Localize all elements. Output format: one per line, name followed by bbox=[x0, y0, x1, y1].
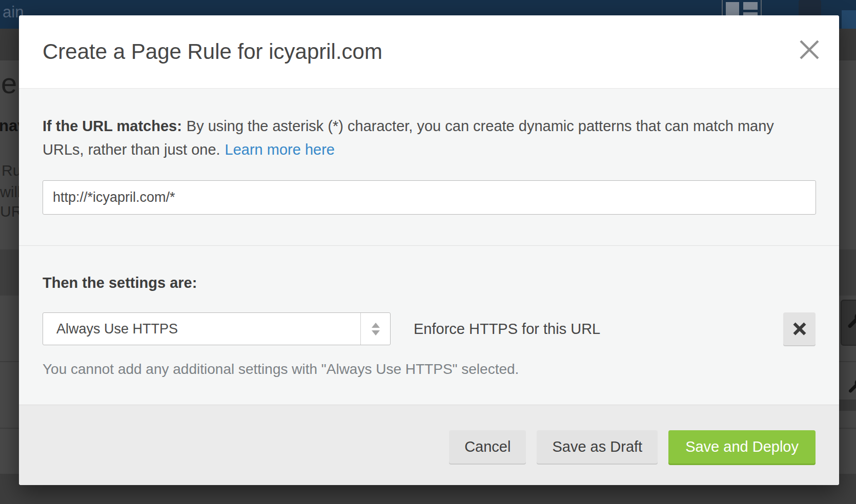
remove-icon bbox=[792, 321, 807, 337]
learn-more-link[interactable]: Learn more here bbox=[225, 141, 335, 158]
settings-section: Then the settings are: Always Use HTTPS … bbox=[19, 245, 839, 420]
settings-note: You cannot add any additional settings w… bbox=[43, 361, 816, 377]
url-match-description: If the URL matches:By using the asterisk… bbox=[43, 114, 814, 161]
backdrop-band bbox=[839, 400, 856, 411]
backdrop-right-strip bbox=[839, 29, 856, 504]
screen: e nav Ru will UR ain. bbox=[0, 0, 856, 504]
url-pattern-input[interactable] bbox=[43, 180, 816, 215]
close-button[interactable] bbox=[798, 38, 821, 61]
create-page-rule-modal: Create a Page Rule for icyapril.com If t… bbox=[19, 15, 839, 485]
modal-title: Create a Page Rule for icyapril.com bbox=[43, 39, 382, 64]
backdrop-text-fragment: Ru bbox=[2, 162, 21, 179]
backdrop-text-fragment: e bbox=[1, 67, 17, 100]
settings-heading: Then the settings are: bbox=[43, 274, 816, 292]
setting-select-value: Always Use HTTPS bbox=[43, 321, 178, 337]
backdrop-text-fragment: will bbox=[0, 184, 21, 201]
setting-description: Enforce HTTPS for this URL bbox=[414, 321, 600, 338]
url-match-label: If the URL matches: bbox=[43, 118, 182, 134]
nav-button-partial bbox=[842, 10, 856, 29]
chevron-up-icon bbox=[372, 323, 380, 328]
setting-select[interactable]: Always Use HTTPS bbox=[43, 312, 391, 345]
modal-header: Create a Page Rule for icyapril.com bbox=[19, 15, 839, 89]
select-stepper[interactable] bbox=[360, 313, 390, 345]
chevron-down-icon bbox=[372, 330, 380, 335]
modal-footer: Cancel Save as Draft Save and Deploy bbox=[19, 405, 839, 485]
wrench-icon bbox=[845, 310, 856, 330]
url-match-section: If the URL matches:By using the asterisk… bbox=[19, 89, 839, 245]
save-and-deploy-button[interactable]: Save and Deploy bbox=[668, 430, 816, 464]
setting-row: Always Use HTTPS Enforce HTTPS for this … bbox=[43, 312, 816, 345]
remove-setting-button[interactable] bbox=[783, 312, 816, 345]
cancel-button[interactable]: Cancel bbox=[449, 430, 526, 464]
save-as-draft-button[interactable]: Save as Draft bbox=[537, 430, 658, 464]
wrench-icon bbox=[846, 376, 856, 395]
close-icon bbox=[799, 39, 820, 60]
